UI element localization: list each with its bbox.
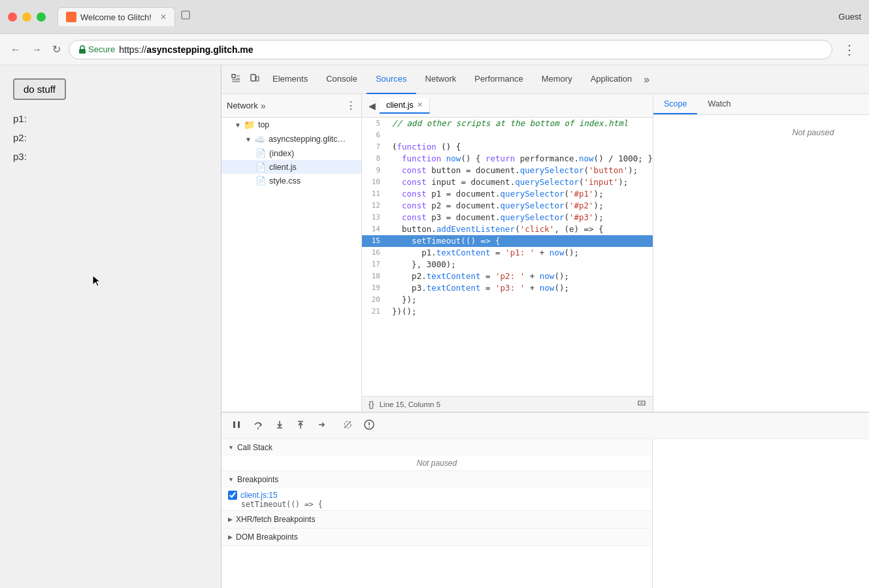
breakpoint-code: setTimeout(() => { — [228, 500, 646, 509]
editor-tab-close[interactable]: ✕ — [417, 101, 423, 109]
svg-rect-6 — [238, 421, 240, 428]
tree-label-stylecss: style.css — [269, 176, 301, 186]
editor-tab-filename: client.js — [386, 101, 414, 110]
more-tabs-button[interactable]: » — [641, 65, 652, 94]
dom-breakpoints-header[interactable]: ▶ DOM Breakpoints — [221, 529, 652, 546]
sources-more-button[interactable]: » — [261, 101, 266, 111]
code-line-8: 8 function now() { return performance.no… — [362, 153, 653, 165]
call-stack-header[interactable]: ▼ Call Stack — [221, 439, 652, 456]
url-text: https://asyncstepping.glitch.me — [119, 44, 253, 55]
tab-application[interactable]: Application — [582, 65, 642, 94]
step-over-button[interactable] — [249, 417, 267, 435]
maximize-button[interactable] — [37, 12, 46, 22]
code-line-12: 12 const p2 = document.querySelector('#p… — [362, 200, 653, 212]
tab-title: Welcome to Glitch! — [80, 12, 152, 22]
editor-statusbar: {} Line 15, Column 5 — [362, 396, 653, 412]
xhr-breakpoints-section: ▶ XHR/fetch Breakpoints — [221, 511, 652, 529]
tab-console[interactable]: Console — [317, 65, 367, 94]
tree-label-top: top — [258, 120, 269, 129]
back-button[interactable]: ← — [8, 41, 24, 58]
code-line-6: 6 — [362, 129, 653, 141]
reload-button[interactable]: ↻ — [50, 41, 63, 58]
sources-editor-top: Network » ⋮ ▼ 📁 top ▼ — [221, 94, 869, 412]
code-line-16: 16 p1.textContent = 'p1: ' + now(); — [362, 247, 653, 259]
statusbar-action-button[interactable] — [637, 399, 646, 410]
url-bar[interactable]: Secure https://asyncstepping.glitch.me — [69, 40, 832, 59]
tree-item-index[interactable]: 📄 (index) — [221, 146, 361, 160]
tab-close-button[interactable]: ✕ — [160, 12, 167, 22]
forward-button[interactable]: → — [29, 41, 44, 58]
titlebar: Welcome to Glitch! ✕ Guest — [0, 0, 869, 34]
editor-tabs: ◀ client.js ✕ — [362, 94, 653, 118]
tab-sources[interactable]: Sources — [367, 65, 416, 94]
code-line-7: 7 (function () { — [362, 141, 653, 153]
file-tree: ▼ 📁 top ▼ ☁️ asyncstepping.glitc… 📄 — [221, 118, 361, 412]
browser-content: do stuff p1: p2: p3: — [0, 65, 221, 588]
sources-menu-button[interactable]: ⋮ — [346, 99, 356, 112]
file-html-icon: 📄 — [255, 148, 266, 158]
tree-label-async: asyncstepping.glitc… — [269, 135, 346, 144]
svg-rect-11 — [369, 427, 370, 428]
chrome-menu-button[interactable]: ⋮ — [838, 39, 861, 60]
right-panel: Scope Watch Not paused — [653, 94, 869, 412]
breakpoints-header[interactable]: ▼ Breakpoints — [221, 471, 652, 488]
tree-label-index: (index) — [269, 149, 294, 158]
editor-tab-clientjs[interactable]: client.js ✕ — [380, 98, 430, 114]
code-editor-area: ◀ client.js ✕ 5 // add other s — [362, 94, 653, 412]
browser-tab[interactable]: Welcome to Glitch! ✕ — [57, 7, 175, 26]
do-stuff-button[interactable]: do stuff — [13, 78, 66, 100]
svg-rect-4 — [256, 76, 259, 81]
secure-badge: Secure — [78, 44, 115, 54]
pause-resume-button[interactable] — [228, 417, 245, 434]
sources-toolbar: Network » ⋮ — [221, 94, 361, 118]
new-tab-button[interactable] — [175, 7, 196, 26]
code-line-5: 5 // add other scripts at the bottom of … — [362, 118, 653, 129]
inspect-element-button[interactable] — [227, 71, 245, 89]
code-line-17: 17 }, 3000); — [362, 259, 653, 270]
address-bar: ← → ↻ Secure https://asyncstepping.glitc… — [0, 34, 869, 65]
code-line-14: 14 button.addEventListener('click', (e) … — [362, 223, 653, 235]
debugger-right — [653, 439, 869, 588]
devtools-panel: Elements Console Sources Network Perform… — [221, 65, 869, 588]
scope-not-paused: Not paused — [653, 115, 869, 150]
pause-on-exceptions-button[interactable] — [360, 417, 378, 435]
guest-label: Guest — [838, 12, 861, 22]
step-into-button[interactable] — [271, 417, 288, 434]
code-area[interactable]: 5 // add other scripts at the bottom of … — [362, 118, 653, 396]
tab-performance[interactable]: Performance — [465, 65, 532, 94]
tab-elements[interactable]: Elements — [263, 65, 317, 94]
tab-memory[interactable]: Memory — [533, 65, 582, 94]
debugger-body: ▼ Call Stack Not paused ▼ Breakpoint — [221, 439, 869, 588]
breakpoints-arrow: ▼ — [228, 476, 234, 483]
tree-item-asyncstepping[interactable]: ▼ ☁️ asyncstepping.glitc… — [221, 132, 361, 146]
dom-arrow: ▶ — [228, 534, 233, 540]
code-line-15: 15 setTimeout(() => { — [362, 235, 653, 247]
minimize-button[interactable] — [22, 12, 31, 22]
tree-item-stylecss[interactable]: 📄 style.css — [221, 174, 361, 188]
tab-network[interactable]: Network — [416, 65, 466, 94]
call-stack-arrow: ▼ — [228, 444, 234, 451]
tree-item-clientjs[interactable]: 📄 client.js — [221, 160, 361, 174]
cursor-icon — [91, 274, 102, 287]
tab-bar: Welcome to Glitch! ✕ — [57, 7, 833, 26]
breakpoints-section: ▼ Breakpoints client.js:15 setTimeout(()… — [221, 471, 652, 511]
step-out-button[interactable] — [292, 417, 309, 434]
step-button[interactable] — [313, 417, 330, 434]
scope-watch-tabs: Scope Watch — [653, 94, 869, 115]
breakpoint-checkbox[interactable] — [228, 491, 237, 500]
watch-tab[interactable]: Watch — [697, 94, 741, 114]
breakpoint-file: client.js:15 — [240, 491, 278, 500]
editor-back-button[interactable]: ◀ — [365, 98, 380, 114]
code-line-13: 13 const p3 = document.querySelector('#p… — [362, 212, 653, 223]
call-stack-label: Call Stack — [237, 443, 272, 452]
xhr-breakpoints-header[interactable]: ▶ XHR/fetch Breakpoints — [221, 511, 652, 528]
tree-item-top[interactable]: ▼ 📁 top — [221, 118, 361, 132]
format-button[interactable]: {} — [369, 399, 374, 409]
dom-label: DOM Breakpoints — [236, 532, 298, 542]
scope-tab[interactable]: Scope — [653, 94, 697, 114]
tree-label-clientjs: client.js — [269, 163, 297, 172]
device-toolbar-button[interactable] — [245, 71, 263, 89]
p3-label: p3: — [13, 151, 208, 162]
deactivate-breakpoints-button[interactable] — [339, 417, 356, 434]
close-button[interactable] — [8, 12, 17, 22]
